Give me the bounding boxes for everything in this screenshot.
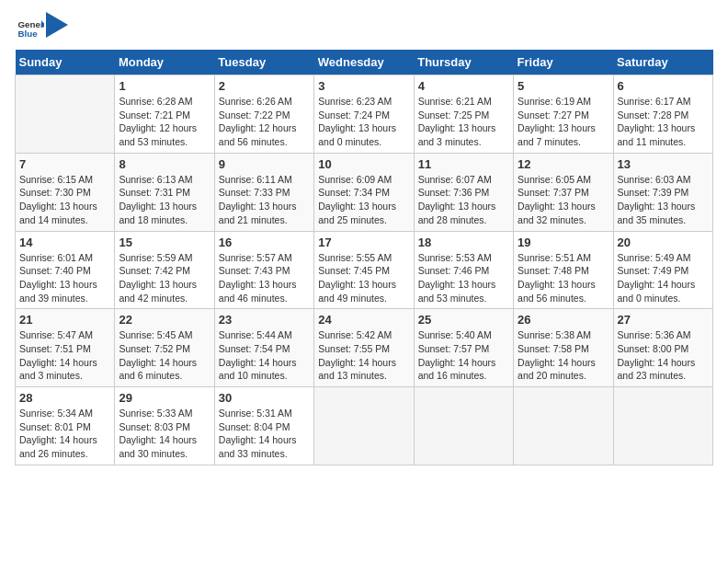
logo-icon: General Blue	[17, 15, 44, 42]
day-detail: Sunrise: 5:49 AM Sunset: 7:49 PM Dayligh…	[618, 251, 709, 305]
calendar-cell: 24Sunrise: 5:42 AM Sunset: 7:55 PM Dayli…	[314, 309, 414, 387]
day-detail: Sunrise: 5:55 AM Sunset: 7:45 PM Dayligh…	[318, 251, 409, 305]
day-number: 11	[418, 157, 509, 171]
day-detail: Sunrise: 5:44 AM Sunset: 7:54 PM Dayligh…	[219, 328, 310, 383]
calendar-cell: 10Sunrise: 6:09 AM Sunset: 7:34 PM Dayli…	[314, 153, 414, 231]
calendar-cell: 8Sunrise: 6:13 AM Sunset: 7:31 PM Daylig…	[115, 153, 214, 231]
calendar-cell: 16Sunrise: 5:57 AM Sunset: 7:43 PM Dayli…	[214, 231, 313, 309]
calendar-cell: 7Sunrise: 6:15 AM Sunset: 7:30 PM Daylig…	[16, 153, 115, 231]
calendar-cell: 26Sunrise: 5:38 AM Sunset: 7:58 PM Dayli…	[514, 309, 613, 387]
calendar-cell: 5Sunrise: 6:19 AM Sunset: 7:27 PM Daylig…	[514, 75, 613, 154]
day-detail: Sunrise: 5:40 AM Sunset: 7:57 PM Dayligh…	[418, 328, 509, 383]
day-detail: Sunrise: 6:05 AM Sunset: 7:37 PM Dayligh…	[518, 173, 609, 227]
day-number: 14	[19, 236, 110, 249]
weekday-header-tuesday: Tuesday	[214, 50, 313, 75]
day-detail: Sunrise: 5:53 AM Sunset: 7:46 PM Dayligh…	[418, 251, 509, 305]
day-number: 4	[418, 79, 509, 93]
calendar-cell	[514, 387, 613, 465]
calendar-cell: 4Sunrise: 6:21 AM Sunset: 7:25 PM Daylig…	[414, 75, 513, 154]
day-detail: Sunrise: 5:38 AM Sunset: 7:58 PM Dayligh…	[518, 328, 609, 383]
calendar-cell: 11Sunrise: 6:07 AM Sunset: 7:36 PM Dayli…	[414, 153, 513, 231]
day-number: 30	[219, 391, 310, 405]
weekday-header-thursday: Thursday	[414, 50, 513, 75]
day-number: 8	[119, 157, 210, 171]
day-detail: Sunrise: 6:11 AM Sunset: 7:33 PM Dayligh…	[219, 173, 310, 227]
day-number: 17	[318, 236, 409, 249]
weekday-header-row: SundayMondayTuesdayWednesdayThursdayFrid…	[16, 50, 713, 75]
day-detail: Sunrise: 6:09 AM Sunset: 7:34 PM Dayligh…	[318, 173, 409, 227]
calendar-cell: 19Sunrise: 5:51 AM Sunset: 7:48 PM Dayli…	[514, 231, 613, 309]
weekday-header-sunday: Sunday	[16, 50, 115, 75]
day-detail: Sunrise: 6:07 AM Sunset: 7:36 PM Dayligh…	[418, 173, 509, 227]
svg-text:Blue: Blue	[18, 29, 39, 39]
day-number: 2	[219, 79, 310, 93]
day-number: 3	[318, 79, 409, 93]
day-detail: Sunrise: 5:45 AM Sunset: 7:52 PM Dayligh…	[119, 328, 210, 383]
day-detail: Sunrise: 5:42 AM Sunset: 7:55 PM Dayligh…	[318, 328, 409, 383]
day-detail: Sunrise: 6:21 AM Sunset: 7:25 PM Dayligh…	[418, 95, 509, 149]
day-number: 28	[19, 391, 110, 405]
calendar-cell: 22Sunrise: 5:45 AM Sunset: 7:52 PM Dayli…	[115, 309, 214, 387]
day-number: 21	[19, 313, 110, 327]
calendar-table: SundayMondayTuesdayWednesdayThursdayFrid…	[15, 50, 713, 465]
day-detail: Sunrise: 6:01 AM Sunset: 7:40 PM Dayligh…	[19, 251, 110, 305]
calendar-cell	[314, 387, 414, 465]
day-number: 9	[219, 157, 310, 171]
weekday-header-friday: Friday	[514, 50, 613, 75]
day-detail: Sunrise: 6:17 AM Sunset: 7:28 PM Dayligh…	[618, 95, 709, 149]
calendar-cell: 17Sunrise: 5:55 AM Sunset: 7:45 PM Dayli…	[314, 231, 414, 309]
day-number: 23	[219, 313, 310, 327]
day-number: 12	[518, 157, 609, 171]
day-number: 20	[618, 236, 709, 249]
calendar-cell	[414, 387, 513, 465]
calendar-cell: 15Sunrise: 5:59 AM Sunset: 7:42 PM Dayli…	[115, 231, 214, 309]
day-detail: Sunrise: 6:15 AM Sunset: 7:30 PM Dayligh…	[19, 173, 110, 227]
calendar-cell	[16, 75, 115, 154]
day-number: 16	[219, 236, 310, 249]
calendar-cell: 6Sunrise: 6:17 AM Sunset: 7:28 PM Daylig…	[613, 75, 712, 154]
day-detail: Sunrise: 5:57 AM Sunset: 7:43 PM Dayligh…	[219, 251, 310, 305]
day-detail: Sunrise: 6:26 AM Sunset: 7:22 PM Dayligh…	[219, 95, 310, 149]
calendar-cell: 21Sunrise: 5:47 AM Sunset: 7:51 PM Dayli…	[16, 309, 115, 387]
weekday-header-wednesday: Wednesday	[314, 50, 414, 75]
svg-text:General: General	[18, 19, 45, 29]
calendar-cell: 18Sunrise: 5:53 AM Sunset: 7:46 PM Dayli…	[414, 231, 513, 309]
day-number: 7	[19, 157, 110, 171]
calendar-cell: 29Sunrise: 5:33 AM Sunset: 8:03 PM Dayli…	[115, 387, 214, 465]
day-detail: Sunrise: 5:34 AM Sunset: 8:01 PM Dayligh…	[19, 407, 110, 461]
day-detail: Sunrise: 6:19 AM Sunset: 7:27 PM Dayligh…	[518, 95, 609, 149]
calendar-week-row: 28Sunrise: 5:34 AM Sunset: 8:01 PM Dayli…	[16, 387, 713, 465]
day-number: 25	[418, 313, 509, 327]
day-number: 15	[119, 236, 210, 249]
day-number: 27	[618, 313, 709, 327]
calendar-cell: 25Sunrise: 5:40 AM Sunset: 7:57 PM Dayli…	[414, 309, 513, 387]
calendar-cell: 28Sunrise: 5:34 AM Sunset: 8:01 PM Dayli…	[16, 387, 115, 465]
weekday-header-saturday: Saturday	[613, 50, 712, 75]
weekday-header-monday: Monday	[115, 50, 214, 75]
day-number: 19	[518, 236, 609, 249]
day-detail: Sunrise: 6:03 AM Sunset: 7:39 PM Dayligh…	[618, 173, 709, 227]
day-number: 5	[518, 79, 609, 93]
calendar-cell: 3Sunrise: 6:23 AM Sunset: 7:24 PM Daylig…	[314, 75, 414, 154]
header: General Blue	[15, 15, 713, 42]
day-detail: Sunrise: 5:59 AM Sunset: 7:42 PM Dayligh…	[119, 251, 210, 305]
day-number: 10	[318, 157, 409, 171]
day-detail: Sunrise: 6:13 AM Sunset: 7:31 PM Dayligh…	[119, 173, 210, 227]
day-number: 1	[119, 79, 210, 93]
calendar-cell: 27Sunrise: 5:36 AM Sunset: 8:00 PM Dayli…	[613, 309, 712, 387]
logo: General Blue	[15, 15, 68, 42]
day-number: 13	[618, 157, 709, 171]
logo-arrow-icon	[46, 12, 68, 38]
day-number: 6	[618, 79, 709, 93]
calendar-cell: 20Sunrise: 5:49 AM Sunset: 7:49 PM Dayli…	[613, 231, 712, 309]
svg-marker-3	[46, 12, 68, 38]
day-number: 29	[119, 391, 210, 405]
calendar-cell: 2Sunrise: 6:26 AM Sunset: 7:22 PM Daylig…	[214, 75, 313, 154]
day-number: 26	[518, 313, 609, 327]
calendar-cell: 1Sunrise: 6:28 AM Sunset: 7:21 PM Daylig…	[115, 75, 214, 154]
day-number: 22	[119, 313, 210, 327]
calendar-week-row: 14Sunrise: 6:01 AM Sunset: 7:40 PM Dayli…	[16, 231, 713, 309]
calendar-cell	[613, 387, 712, 465]
day-number: 18	[418, 236, 509, 249]
day-detail: Sunrise: 5:36 AM Sunset: 8:00 PM Dayligh…	[618, 328, 709, 383]
